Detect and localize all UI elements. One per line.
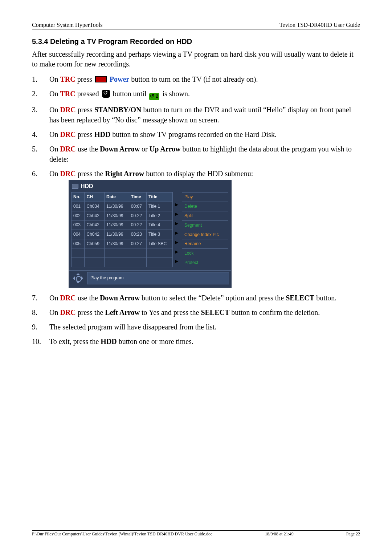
col-date: Date xyxy=(104,193,129,202)
step-body: The selected program will have disappear… xyxy=(49,322,360,332)
input-indicator-icon: 2 xyxy=(149,93,159,100)
hdd-title: HDD xyxy=(81,182,93,190)
hdd-submenu: Play Delete Split Segment Change Index P… xyxy=(182,192,228,267)
step-body: On DRC use the Down Arrow or Up Arrow bu… xyxy=(49,144,360,164)
recordings-table: No. CH Date Time Title 001Ch03411/30/990… xyxy=(71,192,173,267)
header-right: Tevion TSD-DR40HD User Guide xyxy=(279,22,360,28)
footer-date: 18/9/08 at 21:49 xyxy=(265,531,294,537)
step-number: 7. xyxy=(32,293,49,303)
arrow-column: ▶ ▶ ▶ ▶ ▶ ▶ ▶ xyxy=(175,192,180,267)
step-number: 4. xyxy=(32,129,49,139)
down-arrow-label: Down Arrow xyxy=(100,145,140,153)
power-label: Power xyxy=(110,75,129,83)
power-icon xyxy=(95,76,107,82)
play-arrow-icon: ▶ xyxy=(175,220,180,227)
steps-list: 1. On TRC press Power button to turn on … xyxy=(32,74,360,347)
table-row: 002Ch04211/30/9900:22Title 2 xyxy=(72,211,173,220)
hdd-label: HDD xyxy=(94,130,110,138)
drc-label: DRC xyxy=(60,294,75,302)
dpad-icon xyxy=(72,272,84,284)
page-footer: F:\Our Files\Our Computers\User Guides\T… xyxy=(32,530,360,537)
play-arrow-icon: ▶ xyxy=(175,229,180,236)
footer-path: F:\Our Files\Our Computers\User Guides\T… xyxy=(32,531,212,537)
submenu-split[interactable]: Split xyxy=(182,211,228,220)
col-title: Title xyxy=(147,193,173,202)
step-body: On DRC press the Right Arrow button to d… xyxy=(49,169,360,288)
drc-label: DRC xyxy=(60,308,75,316)
hdd-title-bar: HDD xyxy=(69,181,231,192)
drc-label: DRC xyxy=(60,106,75,114)
step-body: On TRC press Power button to turn on the… xyxy=(49,74,360,84)
step-number: 3. xyxy=(32,105,49,125)
intro-paragraph: After successfully recording and perhaps… xyxy=(32,49,360,69)
play-arrow-icon: ▶ xyxy=(175,258,180,265)
step-number: 10. xyxy=(32,336,49,347)
hdd-label: HDD xyxy=(101,337,117,345)
down-arrow-label: Down Arrow xyxy=(100,294,140,302)
table-row xyxy=(72,248,173,258)
submenu-play[interactable]: Play xyxy=(182,192,228,202)
drc-label: DRC xyxy=(60,170,75,178)
section-title: 5.3.4 Deleting a TV Program Recorded on … xyxy=(32,37,360,46)
table-row: 005Ch05911/30/9900:27Title SBC xyxy=(72,239,173,248)
step-number: 2. xyxy=(32,89,49,100)
left-arrow-label: Left Arrow xyxy=(105,308,140,316)
col-time: Time xyxy=(129,193,146,202)
step-body: On DRC press STANDBY/ON button to turn o… xyxy=(49,105,360,125)
page-header: Computer System HyperTools Tevion TSD-DR… xyxy=(32,22,360,29)
footer-hint: Play the program xyxy=(87,272,229,284)
hdd-icon xyxy=(72,184,78,189)
step-body: On DRC press HDD button to show TV progr… xyxy=(49,129,360,139)
step-body: On DRC use the Down Arrow button to sele… xyxy=(49,293,360,303)
trc-label: TRC xyxy=(60,90,75,98)
step-body: On DRC press the Left Arrow to Yes and p… xyxy=(49,307,360,317)
play-arrow-icon: ▶ xyxy=(175,210,180,218)
step-body: To exit, press the HDD button one or mor… xyxy=(49,336,360,347)
submenu-change-index-pic[interactable]: Change Index Pic xyxy=(182,230,228,239)
submenu-delete[interactable]: Delete xyxy=(182,202,228,211)
step-body: On TRC pressed button until 2 is shown. xyxy=(49,89,360,100)
trc-label: TRC xyxy=(60,75,75,83)
drc-label: DRC xyxy=(60,145,75,153)
submenu-lock[interactable]: Lock xyxy=(182,248,228,258)
step-number: 1. xyxy=(32,74,49,84)
submenu-protect[interactable]: Protect xyxy=(182,258,228,267)
table-row: 001Ch03411/30/9900:07Title 1 xyxy=(72,202,173,211)
input-cycle-icon xyxy=(102,90,110,98)
table-row: 003Ch04211/30/9900:22Title 4 xyxy=(72,220,173,230)
table-row: 004Ch04211/30/9900:23Title 3 xyxy=(72,230,173,239)
col-no: No. xyxy=(72,193,85,202)
play-arrow-icon: ▶ xyxy=(175,201,180,208)
play-arrow-icon: ▶ xyxy=(175,239,180,246)
drc-label: DRC xyxy=(60,130,75,138)
col-ch: CH xyxy=(85,193,105,202)
step-number: 8. xyxy=(32,307,49,317)
header-left: Computer System HyperTools xyxy=(32,22,102,28)
up-arrow-label: Up Arrow xyxy=(150,145,181,153)
hdd-submenu-screenshot: HDD No. CH Date Time Title 001Ch03411/30… xyxy=(69,180,232,288)
table-row xyxy=(72,258,173,267)
step-number: 9. xyxy=(32,322,49,332)
right-arrow-label: Right Arrow xyxy=(105,170,144,178)
step-number: 6. xyxy=(32,169,49,288)
submenu-rename[interactable]: Rename xyxy=(182,239,228,248)
submenu-segment[interactable]: Segment xyxy=(182,220,228,230)
step-number: 5. xyxy=(32,144,49,164)
select-label: SELECT xyxy=(201,308,229,316)
select-label: SELECT xyxy=(286,294,314,302)
footer-page: Page 22 xyxy=(346,531,360,537)
standby-on-label: STANDBY/ON xyxy=(94,106,142,114)
play-arrow-icon: ▶ xyxy=(175,248,180,255)
